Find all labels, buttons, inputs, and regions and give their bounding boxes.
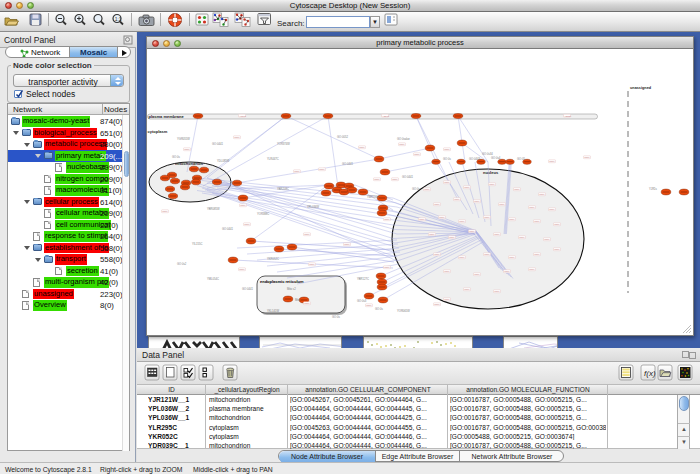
svg-text:nucleus: nucleus (483, 170, 499, 175)
svg-text:GO:0: GO:0 (454, 198, 460, 200)
svg-text:GO:0: GO:0 (514, 188, 520, 190)
svg-text:GO:0: GO:0 (474, 273, 480, 275)
svg-text:GO:0: GO:0 (444, 181, 450, 183)
svg-text:GO:0: GO:0 (484, 253, 490, 255)
svg-text:GO:0: GO:0 (464, 288, 470, 290)
svg-text:endoplasmic reticulum: endoplasmic reticulum (260, 279, 304, 284)
svg-text:GO:0: GO:0 (309, 263, 315, 265)
svg-text:GO:0: GO:0 (239, 268, 245, 270)
svg-text:GO:0: GO:0 (240, 204, 246, 206)
svg-text:GO:0: GO:0 (439, 216, 445, 218)
svg-text:GO:0value: GO:0value (397, 137, 410, 141)
svg-text:GO:0: GO:0 (444, 270, 450, 272)
svg-text:GO:0: GO:0 (234, 136, 240, 138)
svg-text:YBR127C: YBR127C (357, 277, 369, 281)
svg-text:YPL036W: YPL036W (307, 205, 320, 209)
svg-text:Mito: Mito (295, 298, 301, 302)
svg-text:GO:0: GO:0 (419, 218, 425, 220)
svg-text:GO:0052: GO:0052 (337, 135, 348, 139)
svg-text:GO:0s: GO:0s (412, 187, 420, 191)
svg-text:GO:0: GO:0 (434, 303, 440, 305)
svg-text:GO:0s3: GO:0s3 (357, 299, 367, 303)
svg-text:YKL141W: YKL141W (267, 309, 280, 313)
svg-text:GO:0: GO:0 (304, 302, 310, 304)
svg-text:GO:0: GO:0 (374, 178, 380, 180)
svg-text:GO:0: GO:0 (544, 238, 550, 240)
svg-text:YKR052C: YKR052C (267, 257, 279, 261)
svg-text:GO:0: GO:0 (509, 218, 515, 220)
svg-text:YOL10: YOL10 (382, 115, 390, 117)
svg-text:YBR208C: YBR208C (277, 187, 289, 191)
svg-text:YOR374W: YOR374W (277, 142, 290, 146)
svg-text:GO:0: GO:0 (494, 233, 500, 235)
svg-text:YGR055W: YGR055W (177, 137, 190, 141)
svg-text:YMR110C: YMR110C (367, 195, 379, 199)
svg-text:1:1: 1:1 (115, 16, 122, 22)
svg-text:GO:0: GO:0 (399, 143, 405, 145)
svg-text:GO:0: GO:0 (384, 266, 390, 268)
svg-text:GO:0: GO:0 (529, 268, 535, 270)
svg-text:Mito s2: Mito s2 (287, 287, 296, 291)
svg-text:GO:0: GO:0 (392, 178, 398, 180)
svg-text:GO:0s: GO:0s (172, 155, 180, 159)
svg-text:YOR065W: YOR065W (397, 309, 410, 313)
svg-text:YBR085W: YBR085W (207, 207, 220, 211)
svg-text:GO:0: GO:0 (584, 156, 590, 158)
svg-text:YJR1s: YJR1s (649, 187, 658, 191)
svg-text:GO:0: GO:0 (464, 186, 470, 188)
svg-text:GO:0s: GO:0s (332, 315, 340, 319)
svg-text:YOR388C: YOR388C (257, 212, 269, 216)
svg-text:GO:0441: GO:0441 (342, 162, 353, 166)
svg-text:GO:0: GO:0 (366, 304, 372, 306)
svg-text:GO:0: GO:0 (444, 148, 450, 150)
svg-text:GO:0: GO:0 (549, 160, 555, 162)
svg-text:GO:05: GO:05 (517, 157, 525, 161)
svg-text:GO:0: GO:0 (319, 168, 325, 170)
svg-text:GO:0s: GO:0s (443, 157, 451, 161)
svg-text:GO:0: GO:0 (554, 223, 560, 225)
svg-text:GO:0: GO:0 (494, 290, 500, 292)
svg-text:GO:0: GO:0 (434, 253, 440, 255)
svg-text:GO:0: GO:0 (499, 203, 505, 205)
svg-text:GO:0: GO:0 (444, 298, 450, 300)
svg-text:GO:0: GO:0 (424, 188, 430, 190)
svg-text:GO:0: GO:0 (449, 236, 455, 238)
svg-text:GO:0: GO:0 (294, 170, 300, 172)
svg-text:GO:0441: GO:0441 (222, 227, 233, 231)
svg-text:GO:0: GO:0 (504, 270, 510, 272)
svg-text:GO:0: GO:0 (304, 233, 310, 235)
svg-text:GO:0: GO:0 (519, 236, 525, 238)
svg-text:unassigned: unassigned (630, 86, 652, 90)
svg-text:YIL155C: YIL155C (192, 242, 203, 246)
svg-text:GO:0: GO:0 (489, 183, 495, 185)
svg-text:GO:0s34: GO:0s34 (482, 152, 493, 156)
svg-text:GO:0: GO:0 (162, 210, 168, 212)
svg-text:GO:0: GO:0 (459, 256, 465, 258)
svg-text:GO:0s2: GO:0s2 (177, 262, 187, 266)
svg-text:GO:0: GO:0 (384, 218, 390, 220)
svg-text:f(x): f(x) (644, 369, 656, 378)
svg-text:GO:0: GO:0 (344, 243, 350, 245)
svg-text:GO:0441: GO:0441 (212, 142, 223, 146)
svg-text:GO:0: GO:0 (484, 216, 490, 218)
svg-text:cytoplasm: cytoplasm (148, 129, 168, 134)
svg-text:GO:0: GO:0 (414, 153, 420, 155)
svg-text:GO:0: GO:0 (539, 193, 545, 195)
svg-text:GO:0: GO:0 (469, 230, 475, 232)
svg-text:GO:0441: GO:0441 (242, 287, 253, 291)
svg-text:YLR447C: YLR447C (267, 157, 279, 161)
svg-text:GO:0: GO:0 (554, 248, 560, 250)
svg-text:GO:0: GO:0 (549, 208, 555, 210)
svg-text:GO:0: GO:0 (184, 148, 190, 150)
svg-text:GO:0: GO:0 (459, 220, 465, 222)
svg-text:GO:0: GO:0 (359, 146, 365, 148)
svg-text:GO:0: GO:0 (534, 220, 540, 222)
svg-text:GO:0: GO:0 (474, 200, 480, 202)
svg-text:GO:0s: GO:0s (375, 307, 383, 311)
svg-text:YDR34: YDR34 (564, 115, 572, 117)
svg-text:GO:0: GO:0 (434, 203, 440, 205)
svg-text:GO:0443: GO:0443 (469, 157, 480, 161)
svg-text:GO:0s4: GO:0s4 (491, 156, 501, 160)
svg-text:GO:0441: GO:0441 (402, 175, 413, 179)
svg-text:GO:0: GO:0 (244, 223, 250, 225)
